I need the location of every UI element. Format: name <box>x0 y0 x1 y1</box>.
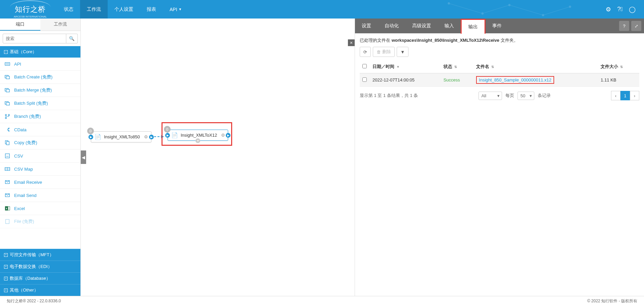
row-checkbox[interactable] <box>362 77 367 82</box>
section-db[interactable]: +数据库（Database） <box>0 272 80 284</box>
nav-workflow[interactable]: 工作流 <box>80 0 108 19</box>
port-in-icon[interactable]: ▶ <box>165 133 170 138</box>
sidebar-search: 🔍 <box>0 31 80 46</box>
sidebar-list: −基础（Core） API Batch Create (免费) Batch Me… <box>0 46 80 249</box>
canvas[interactable]: × 0 ▶ 📄 Insight_XMLTo850 ⚙ ▶ 0 ▶ 📄 Insig… <box>81 19 355 296</box>
sidebar-item-api[interactable]: API <box>0 58 80 71</box>
footer: 知行之桥® 2022 - 22.0.8336.0 © 2022 知行软件 - 版… <box>0 296 644 306</box>
node-xmlto850[interactable]: 0 ▶ 📄 Insight_XMLTo850 ⚙ ▶ <box>91 131 151 142</box>
nav-personal[interactable]: 个人设置 <box>108 0 140 19</box>
port-out-icon[interactable]: ▶ <box>149 135 154 139</box>
sidebar-item-excel[interactable]: XExcel <box>0 202 80 215</box>
port-bottom-icon[interactable]: ▾ <box>195 138 200 143</box>
summary-text: 显示第 1 至 1 条结果，共 1 条 <box>360 93 418 99</box>
svg-point-11 <box>7 64 8 65</box>
document-icon: 📄 <box>171 132 178 138</box>
sort-icon: ▼ <box>396 65 400 69</box>
port-in-icon[interactable]: ▶ <box>88 135 93 139</box>
section-other[interactable]: +其他（Other） <box>0 284 80 296</box>
section-core[interactable]: −基础（Core） <box>0 46 80 58</box>
sidebar-item-branch[interactable]: Branch (免费) <box>0 110 80 123</box>
more-button[interactable]: ▼ <box>397 47 408 57</box>
refresh-button[interactable]: ⟳ <box>360 47 371 57</box>
sidebar-item-csv-map[interactable]: CSV Map <box>0 163 80 176</box>
dtab-automation[interactable]: 自动化 <box>378 19 405 33</box>
canvas-close[interactable]: × <box>348 39 355 46</box>
sidebar-item-file[interactable]: File (免费) <box>0 215 80 228</box>
sidebar-item-email-send[interactable]: Email Send <box>0 189 80 202</box>
sidebar-item-cdata[interactable]: CData <box>0 123 80 136</box>
table-footer: 显示第 1 至 1 条结果，共 1 条 All 每页 50 条记录 ‹ 1 › <box>360 87 639 104</box>
status-badge: Success <box>443 77 460 82</box>
gear-icon[interactable]: ⚙ <box>221 133 225 138</box>
nav-api[interactable]: API▼ <box>163 0 188 19</box>
gear-icon[interactable]: ⚙ <box>144 134 148 139</box>
sidebar-tab-workflow[interactable]: 工作流 <box>40 19 81 31</box>
popout-button[interactable]: ⤢ <box>631 21 641 31</box>
footer-version: 知行之桥® 2022 - 22.0.8336.0 <box>7 298 61 304</box>
expand-icon: + <box>4 253 8 257</box>
dtab-input[interactable]: 输入 <box>438 19 461 33</box>
node-xmltox12[interactable]: 0 ▶ 📄 Insight_XMLToX12 ⚙ ▶ ▾ <box>168 130 228 141</box>
sidebar-item-copy[interactable]: Copy (免费) <box>0 136 80 149</box>
search-button[interactable]: 🔍 <box>66 34 78 43</box>
sidebar-item-batch-merge[interactable]: Batch Merge (免费) <box>0 84 80 97</box>
cell-datetime: 2022-12-07T14:00:05 <box>370 73 441 87</box>
branch-icon <box>4 113 11 120</box>
dtab-events[interactable]: 事件 <box>486 19 508 33</box>
file-link[interactable]: Insight_850_Sample_000000011.x12 <box>476 76 554 84</box>
sidebar-tab-ports[interactable]: 端口 <box>0 19 40 31</box>
filter-select[interactable]: All <box>478 92 502 100</box>
svg-line-1 <box>482 5 509 13</box>
sidebar-collapse[interactable]: ◀ <box>81 150 86 164</box>
svg-point-12 <box>8 64 9 65</box>
port-out-icon[interactable]: ▶ <box>226 133 230 138</box>
files-table: 日期／时间▼ 状态⇅ 文件名⇅ 文件大小⇅ 2022-12-07T14:00:0… <box>360 60 639 87</box>
pager-page[interactable]: 1 <box>620 91 630 100</box>
sidebar-item-csv[interactable]: csvCSV <box>0 149 80 163</box>
search-input[interactable] <box>3 34 66 43</box>
sidebar-item-batch-create[interactable]: Batch Create (免费) <box>0 71 80 84</box>
col-size[interactable]: 文件大小⇅ <box>598 60 639 73</box>
pager-next[interactable]: › <box>630 91 639 100</box>
col-status[interactable]: 状态⇅ <box>441 60 473 73</box>
nav-status[interactable]: 状态 <box>57 0 80 19</box>
table-row[interactable]: 2022-12-07T14:00:05 Success Insight_850_… <box>360 73 639 87</box>
help-icon: ? <box>623 24 625 29</box>
node-badge: 0 <box>164 126 171 133</box>
caret-icon: ▼ <box>400 49 405 55</box>
col-filename[interactable]: 文件名⇅ <box>473 60 598 73</box>
dtab-settings[interactable]: 设置 <box>355 19 378 33</box>
copy-icon <box>4 140 11 146</box>
excel-icon: X <box>4 205 11 211</box>
sidebar-item-email-receive[interactable]: Email Receive <box>0 176 80 189</box>
col-datetime[interactable]: 日期／时间▼ <box>370 60 441 73</box>
csv-map-icon <box>4 166 11 172</box>
email-receive-icon <box>4 179 11 185</box>
sort-icon: ⇅ <box>620 65 623 69</box>
sidebar-item-batch-split[interactable]: Batch Split (免费) <box>0 97 80 110</box>
document-icon: 📄 <box>95 134 101 140</box>
batch-split-icon <box>4 100 11 106</box>
dtab-output[interactable]: 输出 <box>461 19 486 34</box>
node-label: Insight_XMLTo850 <box>104 134 140 139</box>
sidebar-tabs: 端口 工作流 <box>0 19 80 31</box>
nav-report[interactable]: 报表 <box>140 0 163 19</box>
expand-icon: + <box>4 288 8 292</box>
help-icon[interactable]: ?⃝ <box>617 6 623 13</box>
delete-button[interactable]: 🗑删除 <box>373 47 395 57</box>
user-icon[interactable]: ◯ <box>629 6 636 13</box>
perpage-select[interactable]: 50 <box>517 92 534 100</box>
gear-icon[interactable]: ⚙ <box>606 6 611 13</box>
node-label: Insight_XMLToX12 <box>181 133 217 138</box>
select-all-checkbox[interactable] <box>362 64 367 68</box>
trash-icon: 🗑 <box>377 49 381 55</box>
pager-prev[interactable]: ‹ <box>611 91 620 100</box>
expand-icon: + <box>4 277 8 280</box>
section-mft[interactable]: +可控文件传输（MFT） <box>0 249 80 261</box>
brand: 知行之桥 ARCESB INTERNATIONAL <box>3 0 57 18</box>
svg-text:X: X <box>6 207 7 210</box>
dtab-advanced[interactable]: 高级设置 <box>405 19 438 33</box>
section-edi[interactable]: +电子数据交换（EDI） <box>0 261 80 272</box>
help-button[interactable]: ? <box>619 21 629 31</box>
